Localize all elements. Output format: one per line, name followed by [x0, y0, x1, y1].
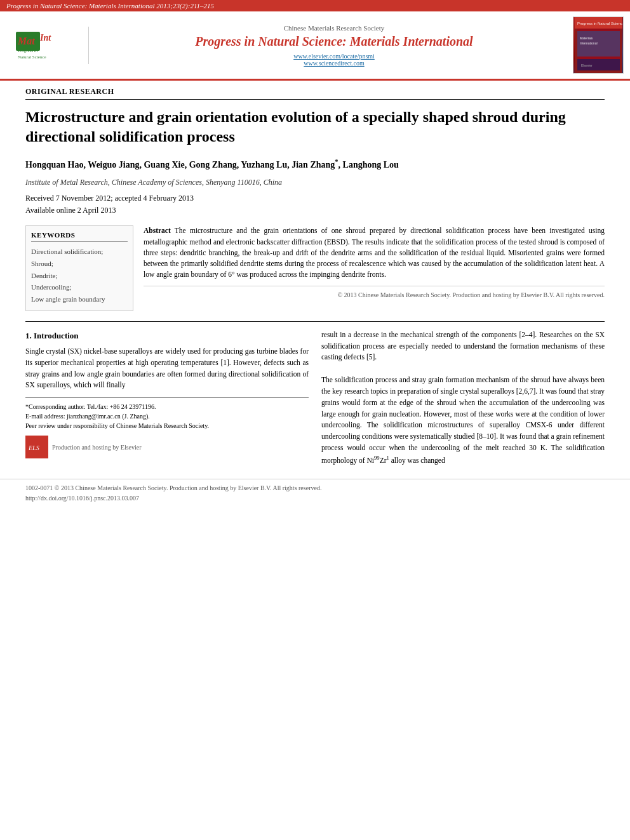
svg-text:ELS: ELS: [28, 444, 39, 451]
footnote-email: E-mail address: jianzhang@imr.ac.cn (J. …: [25, 411, 309, 421]
logo-left: Mat Int Progress in Natural Science: [6, 27, 89, 64]
footnote-review: Peer review under responsibility of Chin…: [25, 421, 309, 430]
content-area: ORIGINAL RESEARCH Microstructure and gra…: [0, 81, 630, 479]
issn-line: 1002-0071 © 2013 Chinese Materials Resea…: [25, 483, 605, 493]
elsevier-text: Production and hosting by Elsevier: [52, 443, 142, 452]
keywords-list: Directional solidification; Shroud; Dend…: [31, 246, 128, 305]
footnote-corresponding: *Corresponding author. Tel./fax: +86 24 …: [25, 402, 309, 411]
sub-99: 99: [374, 455, 380, 461]
sub-alloy-end: alloy was changed: [389, 457, 445, 464]
body-two-col: 1. Introduction Single crystal (SX) nick…: [25, 330, 605, 467]
mat-logo: Mat Int Progress in Natural Science: [16, 27, 73, 64]
left-column: 1. Introduction Single crystal (SX) nick…: [25, 330, 309, 467]
society-name: Chinese Materials Research Society: [284, 24, 385, 32]
right-column: result in a decrease in the mechanical s…: [321, 330, 605, 467]
svg-text:Int: Int: [39, 33, 51, 43]
dates: Received 7 November 2012; accepted 4 Feb…: [25, 192, 605, 217]
keyword-1: Directional solidification;: [31, 246, 128, 258]
abstract-box: Abstract The microstructure and the grai…: [144, 225, 605, 310]
footnote-area: *Corresponding author. Tel./fax: +86 24 …: [25, 397, 309, 458]
url2[interactable]: www.sciencedirect.com: [293, 60, 375, 67]
journal-center: Chinese Materials Research Society Progr…: [95, 24, 573, 67]
doi-line: http://dx.doi.org/10.1016/j.pnsc.2013.03…: [25, 493, 605, 503]
journal-citation: Progress in Natural Science: Materials I…: [6, 2, 214, 10]
sub-zr: Zr: [380, 457, 387, 464]
top-bar: Progress in Natural Science: Materials I…: [0, 0, 630, 11]
journal-urls: www.elsevier.com/locate/pnsmi www.scienc…: [293, 53, 375, 67]
keyword-5: Low angle grain boundary: [31, 293, 128, 305]
abstract-section: KEYWORDS Directional solidification; Shr…: [25, 225, 605, 310]
section-divider: [25, 321, 605, 322]
svg-text:Elsevier: Elsevier: [581, 63, 593, 67]
article-title: Microstructure and grain orientation evo…: [25, 107, 605, 147]
section1-heading: 1. Introduction: [25, 330, 309, 342]
svg-text:Materials: Materials: [580, 36, 593, 40]
keywords-box: KEYWORDS Directional solidification; Shr…: [25, 225, 133, 310]
elsevier-icon: ELS: [25, 436, 48, 458]
abstract-text: The microstructure and the grain orienta…: [144, 227, 605, 278]
svg-text:Mat: Mat: [17, 36, 35, 46]
journal-header: Mat Int Progress in Natural Science Chin…: [0, 11, 630, 81]
article-type: ORIGINAL RESEARCH: [25, 87, 605, 100]
elsevier-logo: ELS Production and hosting by Elsevier: [25, 436, 309, 458]
bottom-bar: 1002-0071 © 2013 Chinese Materials Resea…: [0, 479, 630, 507]
svg-text:International: International: [580, 41, 598, 45]
available-date: Available online 2 April 2013: [25, 204, 605, 217]
section1-para2: result in a decrease in the mechanical s…: [321, 330, 605, 363]
cover-image: Progress in Natural Science Materials In…: [575, 17, 622, 73]
svg-text:Natural Science: Natural Science: [18, 55, 46, 60]
svg-text:Progress in Natural Science: Progress in Natural Science: [577, 22, 622, 25]
copyright-line: © 2013 Chinese Materials Research Societ…: [144, 286, 605, 300]
section1-text3: The solidification process and stray gra…: [321, 376, 605, 464]
matint-logo-svg: Mat Int Progress in Natural Science: [16, 27, 73, 62]
authors: Hongquan Hao, Weiguo Jiang, Guang Xie, G…: [25, 157, 605, 171]
section1-para1: Single crystal (SX) nickel-base superall…: [25, 346, 309, 391]
affiliation: Institute of Metal Research, Chinese Aca…: [25, 178, 605, 187]
abstract-label: Abstract: [144, 227, 171, 234]
svg-text:Progress in: Progress in: [18, 48, 38, 53]
authors-text: Hongquan Hao, Weiguo Jiang, Guang Xie, G…: [25, 160, 399, 170]
received-date: Received 7 November 2012; accepted 4 Feb…: [25, 192, 605, 204]
journal-cover: Progress in Natural Science Materials In…: [573, 17, 624, 74]
keyword-3: Dendrite;: [31, 270, 128, 282]
elsevier-icon-svg: ELS: [26, 436, 48, 458]
journal-title: Progress in Natural Science: Materials I…: [195, 34, 473, 49]
url1[interactable]: www.elsevier.com/locate/pnsmi: [293, 53, 375, 60]
keyword-4: Undercooling;: [31, 281, 128, 293]
keyword-2: Shroud;: [31, 258, 128, 270]
keywords-title: KEYWORDS: [31, 231, 128, 242]
section1-para3: The solidification process and stray gra…: [321, 375, 605, 466]
